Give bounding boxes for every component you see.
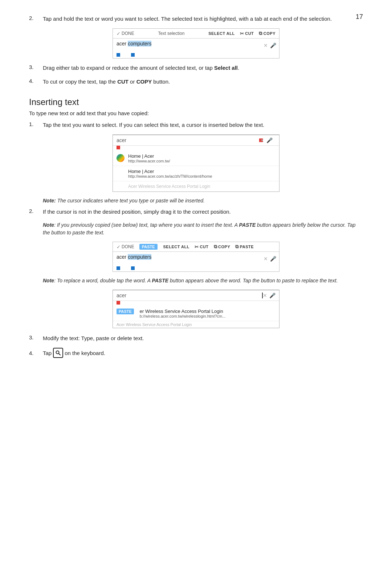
note-2-label: Note (43, 222, 54, 228)
paste-checkmark-icon: ✓ (117, 244, 121, 250)
step-2-block: 2. Tap and hold the text or word you wan… (29, 15, 363, 23)
paste-done-label: DONE (122, 244, 134, 249)
paste-cut-label: CUT (200, 245, 208, 249)
paste-input-right-icons: ✕ 🎤 (264, 256, 276, 262)
suggestion-2: Home | Acer http://www.acer.com.tw/ac/zh… (113, 166, 279, 181)
replace-paste-title: er Wireless Service Access Portal Login (140, 309, 226, 314)
suggestion-3: Acer Wireless Service Access Portal Logi… (113, 181, 279, 192)
done-label: DONE (122, 31, 134, 36)
copy-label: COPY (264, 31, 275, 36)
replace-cursor-handle (117, 301, 120, 305)
paste-text-before: acer (117, 254, 128, 260)
screenshot-text-selection: ✓ DONE Text selection SELECT ALL ✂ CUT ⧉… (29, 28, 363, 59)
step-4-num: 4. (29, 77, 43, 84)
paste-bold-1: PASTE (239, 222, 256, 228)
paste-copy-label: COPY (218, 245, 230, 249)
note-3-label: Note (43, 278, 54, 283)
copy-icon: ⧉ (259, 31, 262, 36)
replace-faded: Acer Wireless Service Access Portal Logi… (113, 321, 279, 328)
select-all-btn[interactable]: SELECT ALL (208, 31, 234, 36)
note-2: Note: If you previously copied (see belo… (43, 221, 363, 237)
insert-step-1-text: Tap the text you want to select. If you … (43, 121, 363, 129)
final-step-4-text-before: Tap (43, 350, 52, 356)
selection-handles (113, 52, 279, 58)
paste-bold-2: PASTE (152, 278, 168, 283)
paste-toolbar-box: ✓ DONE PASTE SELECT ALL ✂ CUT ⧉ COPY ⧉ P… (113, 242, 279, 272)
paste-copy-btn[interactable]: ⧉ COPY (214, 244, 230, 250)
cut-label: CUT (245, 31, 254, 36)
page-number: 17 (356, 13, 363, 21)
copy-btn[interactable]: ⧉ COPY (259, 31, 275, 36)
insert-right-icons: ✕ 🎤 (260, 137, 273, 143)
paste-handle-left (117, 266, 120, 270)
final-step-4-text-after: on the keyboard. (65, 350, 105, 356)
selected-text: computers (128, 41, 151, 47)
selection-toolbar: ✓ DONE Text selection SELECT ALL ✂ CUT ⧉… (113, 29, 279, 39)
step-4-text: To cut or copy the text, tap the CUT or … (43, 77, 363, 86)
paste-selection-handles (113, 266, 279, 271)
replace-cursor-handle-row (113, 301, 279, 306)
insert-step-1-block: 1. Tap the text you want to select. If y… (29, 121, 363, 129)
step-4-block: 4. To cut or copy the text, tap the CUT … (29, 77, 363, 86)
replace-paste-suggestion: PASTE er Wireless Service Access Portal … (113, 306, 279, 321)
cut-icon: ✂ (240, 31, 244, 36)
section-heading-insert: Inserting text (29, 97, 363, 107)
replace-clear-icon: ✕ (263, 293, 267, 298)
text-before: acer (117, 41, 128, 47)
paste-clear-icon: ✕ (264, 256, 268, 262)
final-step-4-num: 4. (29, 350, 43, 356)
paste-cut-btn[interactable]: ✂ CUT (195, 244, 209, 250)
search-keyboard-key (53, 348, 63, 358)
paste-input-area: acer computers ✕ 🎤 (113, 252, 279, 266)
paste-handle-right (131, 266, 135, 270)
paste-toolbar: ✓ DONE PASTE SELECT ALL ✂ CUT ⧉ COPY ⧉ P… (113, 242, 279, 252)
mic-icon: 🎤 (270, 43, 276, 48)
replace-paste-url: b://wireless.acer.com.tw/wirelesslogin.h… (140, 314, 226, 318)
cut-btn[interactable]: ✂ CUT (240, 31, 254, 36)
paste-toolbar-done: ✓ DONE (117, 244, 134, 250)
replace-input-text: acer (117, 293, 262, 298)
paste-paste-btn[interactable]: ⧉ PASTE (235, 244, 254, 250)
note-2-colon: : If you previously copied (see below) t… (43, 222, 355, 235)
toolbar-title: Text selection (139, 31, 204, 36)
screenshot-replace: acer ✕ 🎤 PASTE er Wireless Service Acces… (29, 290, 363, 328)
suggestion-1-url: http://www.acer.com.tw/ (128, 159, 170, 163)
replace-box: acer ✕ 🎤 PASTE er Wireless Service Acces… (113, 290, 279, 328)
replace-paste-btn[interactable]: PASTE (117, 309, 134, 314)
paste-paste-icon: ⧉ (235, 244, 239, 250)
paste-select-all-btn[interactable]: SELECT ALL (163, 245, 189, 249)
replace-mic-icon: 🎤 (269, 293, 275, 298)
replace-paste-content: er Wireless Service Access Portal Login … (140, 309, 226, 318)
final-step-4-block: 4. Tap on the keyboard. (29, 348, 363, 358)
step-3-block: 3. Drag either tab to expand or reduce t… (29, 64, 363, 72)
handle-left (117, 53, 120, 57)
screenshot-paste-toolbar: ✓ DONE PASTE SELECT ALL ✂ CUT ⧉ COPY ⧉ P… (29, 242, 363, 272)
paste-btn-toolbar[interactable]: PASTE (139, 244, 158, 250)
clear-icon-2: ✕ (260, 137, 264, 143)
final-step-3-text: Modify the text: Type, paste or delete t… (43, 334, 363, 343)
clear-icon: ✕ (264, 43, 268, 48)
toolbar-done: ✓ DONE (117, 31, 134, 36)
svg-line-1 (59, 354, 60, 355)
paste-cut-icon: ✂ (195, 244, 199, 250)
suggestion-2-title: Home | Acer (128, 169, 212, 174)
handle-right (131, 53, 135, 57)
note-1: Note: The cursor indicates where text yo… (43, 197, 363, 205)
screenshot-insert: acer ✕ 🎤 Home | Acer http://www.acer.com… (29, 134, 363, 192)
note-1-text: The cursor indicates where text you type… (56, 198, 205, 204)
suggestion-2-url: http://www.acer.com.tw/ac/zh/TW/content/… (128, 174, 212, 178)
cursor-handle (117, 146, 120, 149)
replace-input-row: acer ✕ 🎤 (113, 290, 279, 301)
section-intro: To type new text or add text that you ha… (29, 110, 363, 116)
mic-icon-2: 🎤 (266, 137, 273, 143)
insert-step-1-num: 1. (29, 121, 43, 127)
note-3-text: : To replace a word, double tap the word… (54, 278, 338, 283)
note-1-label: Note: (43, 198, 56, 204)
input-right-icons: ✕ 🎤 (264, 43, 276, 48)
insert-box: acer ✕ 🎤 Home | Acer http://www.acer.com… (113, 134, 279, 192)
google-icon (117, 154, 124, 162)
insert-input-row: acer ✕ 🎤 (113, 135, 279, 146)
paste-selected-text: computers (128, 254, 151, 260)
step-2-num: 2. (29, 15, 43, 21)
step-2-text: Tap and hold the text or word you want t… (43, 15, 363, 23)
